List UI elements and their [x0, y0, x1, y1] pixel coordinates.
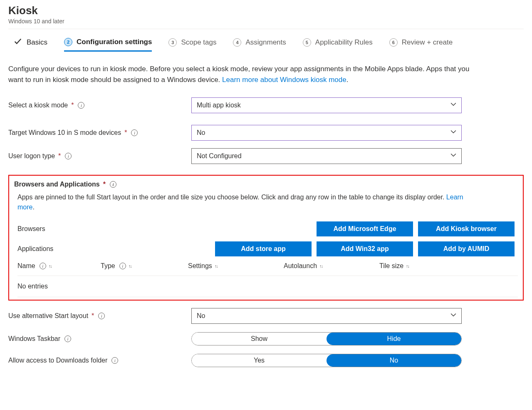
required-indicator: *	[71, 102, 74, 109]
step-scope-tags[interactable]: 3 Scope tags	[168, 38, 216, 51]
s-mode-select[interactable]: No	[191, 125, 462, 141]
step-review-create[interactable]: 6 Review + create	[389, 38, 453, 51]
add-by-aumid-button[interactable]: Add by AUMID	[418, 241, 515, 256]
step-label: Scope tags	[181, 38, 216, 47]
step-applicability-rules[interactable]: 5 Applicability Rules	[303, 38, 373, 51]
step-configuration-settings[interactable]: 2 Configuration settings	[64, 38, 152, 52]
th-label: Autolaunch	[284, 262, 317, 270]
select-value: No	[197, 312, 205, 320]
sort-icon: ↑↓	[49, 263, 52, 268]
th-label: Name	[17, 262, 35, 270]
chevron-down-icon	[450, 152, 456, 160]
info-icon[interactable]: i	[40, 263, 46, 269]
select-value: No	[197, 129, 205, 137]
step-label: Basics	[27, 38, 47, 47]
step-number: 2	[64, 38, 72, 46]
info-icon[interactable]: i	[78, 102, 84, 109]
add-microsoft-edge-button[interactable]: Add Microsoft Edge	[317, 221, 413, 236]
browsers-apps-section: Browsers and Applications * i Apps are p…	[8, 175, 524, 301]
downloads-label: Allow access to Downloads folder	[8, 357, 107, 364]
logon-type-select[interactable]: Not Configured	[191, 148, 462, 164]
taskbar-hide-option[interactable]: Hide	[327, 333, 461, 345]
logon-type-label: User logon type	[8, 152, 55, 160]
info-icon[interactable]: i	[98, 313, 105, 319]
info-icon[interactable]: i	[111, 357, 118, 364]
info-icon[interactable]: i	[64, 335, 71, 342]
step-label: Configuration settings	[77, 38, 152, 46]
info-icon[interactable]: i	[110, 181, 116, 188]
kiosk-mode-label: Select a kiosk mode	[8, 102, 68, 109]
taskbar-label: Windows Taskbar	[8, 335, 60, 343]
s-mode-label: Target Windows 10 in S mode devices	[8, 129, 121, 137]
downloads-toggle: Yes No	[191, 354, 462, 367]
add-store-app-button[interactable]: Add store app	[215, 241, 312, 256]
apps-table: Name i ↑↓ Type i ↑↓ Settings ↑↓ Autolaun…	[17, 262, 518, 297]
intro-text: Configure your devices to run in kiosk m…	[8, 64, 478, 85]
browsers-row-label: Browsers	[17, 225, 159, 233]
downloads-yes-option[interactable]: Yes	[192, 354, 327, 367]
sort-icon: ↑↓	[319, 263, 322, 268]
add-win32-app-button[interactable]: Add Win32 app	[317, 241, 413, 256]
info-icon[interactable]: i	[119, 263, 126, 269]
step-label: Review + create	[402, 38, 453, 47]
column-header-settings[interactable]: Settings ↑↓	[188, 262, 284, 270]
step-number: 5	[303, 38, 311, 47]
required-indicator: *	[103, 181, 106, 188]
page-subtitle: Windows 10 and later	[8, 18, 524, 25]
taskbar-show-option[interactable]: Show	[192, 333, 327, 345]
applications-row-label: Applications	[17, 245, 159, 253]
chevron-down-icon	[450, 312, 456, 320]
step-number: 6	[389, 38, 398, 47]
browsers-apps-title: Browsers and Applications	[14, 181, 100, 188]
step-number: 3	[168, 38, 177, 47]
step-number: 4	[233, 38, 241, 47]
page-title: Kiosk	[8, 4, 524, 17]
alt-layout-select[interactable]: No	[191, 308, 462, 324]
browsers-apps-desc: Apps are pinned to the full Start layout…	[17, 194, 446, 201]
chevron-down-icon	[450, 102, 456, 109]
add-kiosk-browser-button[interactable]: Add Kiosk browser	[418, 221, 515, 236]
required-indicator: *	[92, 312, 94, 320]
info-icon[interactable]: i	[65, 153, 72, 159]
step-basics[interactable]: Basics	[13, 37, 47, 52]
step-label: Assignments	[245, 38, 286, 47]
sort-icon: ↑↓	[129, 263, 131, 268]
kiosk-mode-select[interactable]: Multi app kiosk	[191, 97, 462, 113]
column-header-type[interactable]: Type i ↑↓	[101, 262, 188, 270]
column-header-name[interactable]: Name i ↑↓	[17, 262, 101, 270]
step-label: Applicability Rules	[315, 38, 373, 47]
alt-layout-label: Use alternative Start layout	[8, 312, 88, 320]
table-empty-row: No entries	[17, 276, 518, 297]
required-indicator: *	[58, 152, 61, 160]
column-header-autolaunch[interactable]: Autolaunch ↑↓	[284, 262, 379, 270]
sort-icon: ↑↓	[215, 263, 218, 268]
wizard-stepper: Basics 2 Configuration settings 3 Scope …	[8, 29, 524, 52]
select-value: Multi app kiosk	[197, 102, 241, 109]
column-header-tile-size[interactable]: Tile size ↑↓	[379, 262, 442, 270]
learn-more-link[interactable]: Learn more about Windows kiosk mode	[222, 76, 346, 84]
info-icon[interactable]: i	[131, 129, 138, 136]
th-label: Type	[101, 262, 115, 270]
th-label: Settings	[188, 262, 212, 270]
downloads-no-option[interactable]: No	[327, 354, 461, 367]
taskbar-toggle: Show Hide	[191, 332, 462, 345]
required-indicator: *	[124, 129, 127, 137]
th-label: Tile size	[379, 262, 403, 270]
check-icon	[13, 37, 22, 48]
select-value: Not Configured	[197, 152, 242, 160]
chevron-down-icon	[450, 129, 456, 137]
step-assignments[interactable]: 4 Assignments	[233, 38, 286, 51]
sort-icon: ↑↓	[406, 263, 409, 268]
